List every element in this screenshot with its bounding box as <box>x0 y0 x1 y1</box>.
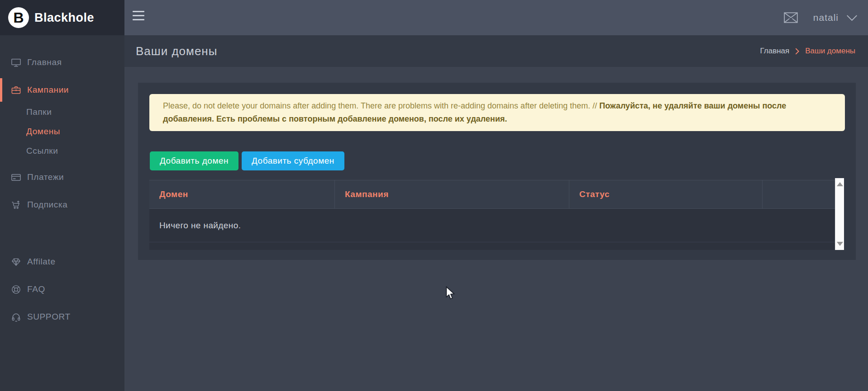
domains-table: ДоменКампанияСтатус Ничего не найдено. <box>149 180 844 250</box>
breadcrumb: Главная Ваши домены <box>760 47 856 56</box>
sidebar-item-faq[interactable]: FAQ <box>0 278 124 300</box>
sidebar-item-label: Главная <box>27 57 62 67</box>
scroll-up-arrow-icon[interactable] <box>837 182 843 186</box>
sidebar-item-платежи[interactable]: Платежи <box>0 166 124 188</box>
action-buttons: Добавить домен Добавить субдомен <box>150 151 344 170</box>
brand-logo[interactable]: B Blackhole <box>0 0 124 35</box>
headphones-icon <box>10 312 22 322</box>
add-domain-button[interactable]: Добавить домен <box>150 151 238 170</box>
sidebar-item-ссылки[interactable]: Ссылки <box>0 141 124 160</box>
sidebar-item-label: Кампании <box>27 85 69 95</box>
sidebar-item-affilate[interactable]: Affilate <box>0 251 124 273</box>
column-header-домен: Домен <box>149 180 335 208</box>
column-header-кампания: Кампания <box>335 180 569 208</box>
table-scrollbar[interactable] <box>835 178 844 250</box>
brand-logo-icon: B <box>8 7 29 28</box>
chevron-right-icon <box>795 47 800 55</box>
monitor-icon <box>10 57 22 68</box>
user-menu[interactable]: natali <box>813 12 858 23</box>
column-header-статус: Статус <box>569 180 763 208</box>
domains-card: Please, do not delete your domains after… <box>138 83 856 260</box>
sidebar-item-кампании[interactable]: Кампании <box>0 79 124 101</box>
sidebar-item-label: SUPPORT <box>27 312 71 322</box>
table-empty-row: Ничего не найдено. <box>149 209 844 242</box>
user-name: natali <box>813 12 839 23</box>
scroll-down-arrow-icon[interactable] <box>837 242 843 246</box>
mail-icon[interactable] <box>784 12 798 23</box>
sidebar-nav: ГлавнаяКампанииПапкиДоменыСсылкиПлатежиП… <box>0 35 124 328</box>
breadcrumb-home-link[interactable]: Главная <box>760 47 790 56</box>
add-subdomain-button[interactable]: Добавить субдомен <box>242 151 344 170</box>
empty-message: Ничего не найдено. <box>159 221 241 231</box>
sidebar-item-домены[interactable]: Домены <box>0 122 124 141</box>
topbar-right: natali <box>784 0 858 35</box>
chevron-down-icon <box>846 14 858 21</box>
column-header-empty <box>763 180 844 208</box>
sidebar-item-label: Affilate <box>27 257 56 267</box>
sidebar-item-label: Подписка <box>27 200 67 210</box>
briefcase-icon <box>10 85 22 95</box>
sidebar-item-главная[interactable]: Главная <box>0 52 124 73</box>
topbar: natali <box>124 0 868 35</box>
titlebar: Ваши домены Главная Ваши домены <box>124 35 868 67</box>
hamburger-menu-icon[interactable] <box>133 11 144 24</box>
content: Please, do not delete your domains after… <box>124 67 868 391</box>
credit-card-icon <box>10 172 22 183</box>
table-header-row: ДоменКампанияСтатус <box>149 180 844 209</box>
sidebar-item-support[interactable]: SUPPORT <box>0 306 124 328</box>
sidebar-item-label: Платежи <box>27 172 64 182</box>
sidebar-item-папки[interactable]: Папки <box>0 102 124 122</box>
sidebar-item-label: Ссылки <box>26 146 58 156</box>
warning-text-en: Please, do not delete your domains after… <box>163 101 597 110</box>
sidebar-item-label: Папки <box>26 107 52 117</box>
brand-name: Blackhole <box>34 11 94 25</box>
main-area: natali Ваши домены Главная Ваши домены P… <box>124 0 868 391</box>
cart-icon <box>10 200 22 210</box>
breadcrumb-current: Ваши домены <box>805 47 855 56</box>
warning-banner: Please, do not delete your domains after… <box>149 94 845 131</box>
sidebar-item-label: Домены <box>26 127 60 137</box>
gem-icon <box>10 257 22 267</box>
page-title: Ваши домены <box>136 44 217 58</box>
sidebar-item-label: FAQ <box>27 284 45 294</box>
life-ring-icon <box>10 284 22 295</box>
warning-text: Please, do not delete your domains after… <box>163 99 831 126</box>
sidebar: B Blackhole ГлавнаяКампанииПапкиДоменыСс… <box>0 0 124 391</box>
sidebar-item-подписка[interactable]: Подписка <box>0 194 124 216</box>
